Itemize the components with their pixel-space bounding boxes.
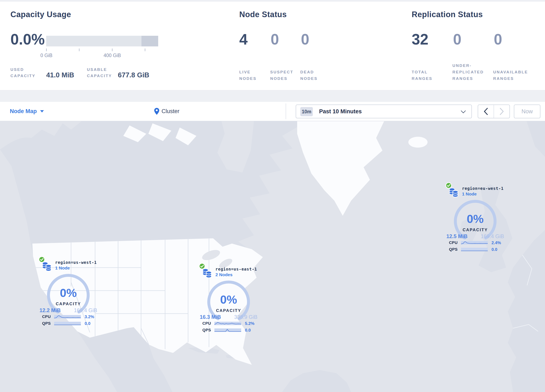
- suspect-nodes-label: SUSPECT NODES: [270, 69, 293, 82]
- map-pin-icon: [154, 108, 159, 115]
- qps-label: QPS: [39, 321, 51, 326]
- database-stack-icon: [449, 187, 459, 197]
- region-marker-us-west-1[interactable]: region=us-west-1 1 Node 0% CAPACITY 12.2…: [37, 255, 100, 328]
- database-stack-icon: [42, 261, 52, 271]
- marker-capacity-percent: 0%: [444, 212, 507, 226]
- time-next-button[interactable]: [494, 105, 509, 118]
- marker-capacity-label: CAPACITY: [197, 308, 260, 313]
- breadcrumb-label: Cluster: [161, 108, 180, 115]
- marker-node-count: 1 Node: [462, 192, 477, 197]
- time-range-label: Past 10 Minutes: [319, 105, 362, 118]
- now-button[interactable]: Now: [514, 105, 540, 118]
- toolbar-divider: [286, 104, 286, 119]
- capacity-bar: [46, 36, 158, 46]
- live-nodes-label: LIVE NODES: [239, 69, 257, 82]
- marker-node-count: 1 Node: [55, 266, 70, 271]
- marker-cpu-row: CPU 3.2%: [39, 314, 100, 319]
- cpu-value: 2.4%: [491, 240, 501, 245]
- marker-capacity-percent: 0%: [197, 293, 260, 306]
- cpu-sparkline: [214, 321, 241, 325]
- map-toolbar: Node Map Cluster 10m Past 10 Minutes: [0, 102, 545, 121]
- database-stack-icon: [202, 268, 212, 278]
- unavailable-label: UNAVAILABLE RANGES: [493, 69, 528, 82]
- axis-tick: [112, 49, 112, 51]
- dead-nodes-label: DEAD NODES: [300, 69, 318, 82]
- capacity-bar-segment: [142, 36, 158, 46]
- region-marker-eu-west-1[interactable]: region=eu-west-1 1 Node 0% CAPACITY 12.5…: [444, 181, 507, 254]
- marker-total-value: 338.9 GiB: [234, 314, 257, 320]
- capacity-usage-title: Capacity Usage: [10, 10, 71, 19]
- caret-down-icon: [40, 110, 44, 112]
- qps-label: QPS: [446, 247, 458, 252]
- time-pager: [478, 105, 510, 118]
- cpu-sparkline: [54, 315, 81, 319]
- dead-nodes-count: 0: [301, 32, 309, 47]
- used-capacity-value: 41.0 MiB: [46, 71, 74, 79]
- marker-used-value: 16.3 MiB: [200, 314, 221, 320]
- marker-capacity-label: CAPACITY: [444, 227, 507, 232]
- marker-capacity-values: 12.5 MiB 169.4 GiB: [446, 233, 504, 239]
- chevron-down-icon: [461, 110, 466, 113]
- cpu-label: CPU: [446, 240, 458, 245]
- marker-qps-row: QPS 0.0: [446, 247, 507, 252]
- marker-qps-row: QPS 0.0: [39, 321, 100, 326]
- time-prev-button[interactable]: [478, 105, 494, 118]
- axis-tick: [79, 49, 79, 51]
- axis-tick-label: 0 GiB: [34, 53, 59, 58]
- usable-capacity-label: USABLE CAPACITY: [87, 67, 112, 79]
- marker-used-value: 12.5 MiB: [446, 233, 467, 239]
- node-map[interactable]: region=us-west-1 1 Node 0% CAPACITY 12.2…: [0, 121, 545, 392]
- qps-sparkline: [54, 321, 81, 325]
- cpu-label: CPU: [199, 321, 211, 326]
- marker-capacity-label: CAPACITY: [37, 301, 100, 306]
- chevron-right-icon: [500, 108, 504, 115]
- replication-status-title: Replication Status: [412, 10, 483, 19]
- marker-region-label: region=eu-west-1: [462, 186, 504, 191]
- under-replicated-count: 0: [453, 32, 461, 47]
- marker-qps-row: QPS 0.0: [199, 328, 260, 332]
- node-status-title: Node Status: [239, 10, 287, 19]
- marker-used-value: 12.2 MiB: [39, 307, 61, 313]
- qps-label: QPS: [199, 328, 211, 332]
- cpu-label: CPU: [39, 314, 51, 319]
- unavailable-count: 0: [494, 32, 502, 47]
- live-nodes-count: 4: [239, 32, 248, 47]
- used-capacity-label: USED CAPACITY: [10, 67, 36, 79]
- capacity-percent: 0.0%: [10, 32, 45, 47]
- view-selector-label: Node Map: [10, 108, 37, 115]
- marker-total-value: 169.4 GiB: [74, 307, 97, 313]
- under-replicated-label: UNDER- REPLICATED RANGES: [452, 62, 484, 82]
- view-selector-dropdown[interactable]: Node Map: [10, 102, 44, 121]
- qps-sparkline: [214, 328, 241, 332]
- qps-sparkline: [461, 247, 488, 251]
- qps-value: 0.0: [491, 247, 497, 252]
- marker-capacity-percent: 0%: [37, 286, 100, 300]
- axis-tick: [145, 49, 145, 51]
- marker-region-label: region=us-east-1: [216, 267, 257, 271]
- axis-tick: [46, 49, 47, 51]
- marker-node-count: 2 Nodes: [216, 272, 233, 277]
- chevron-left-icon: [484, 108, 488, 115]
- marker-capacity-values: 12.2 MiB 169.4 GiB: [39, 307, 97, 313]
- cpu-sparkline: [461, 241, 488, 245]
- marker-cpu-row: CPU 2.4%: [446, 240, 507, 245]
- marker-total-value: 169.4 GiB: [481, 233, 504, 239]
- marker-cpu-row: CPU 5.2%: [199, 321, 260, 326]
- qps-value: 0.0: [85, 321, 91, 326]
- usable-capacity-value: 677.8 GiB: [118, 71, 149, 79]
- suspect-nodes-count: 0: [271, 32, 279, 47]
- marker-capacity-values: 16.3 MiB 338.9 GiB: [200, 314, 257, 320]
- time-window-badge: 10m: [300, 107, 313, 116]
- total-ranges-count: 32: [412, 32, 428, 47]
- total-ranges-label: TOTAL RANGES: [412, 69, 432, 82]
- breadcrumb[interactable]: Cluster: [154, 102, 180, 121]
- cpu-value: 3.2%: [85, 314, 94, 319]
- cluster-overview-page: Capacity Usage 0.0% 0 GiB 400 GiB USED C…: [0, 0, 545, 392]
- axis-tick-label: 400 GiB: [100, 53, 125, 58]
- region-marker-us-east-1[interactable]: region=us-east-1 2 Nodes 0% CAPACITY 16.…: [197, 261, 260, 335]
- qps-value: 0.0: [245, 328, 251, 333]
- cpu-value: 5.2%: [245, 321, 254, 326]
- marker-region-label: region=us-west-1: [55, 260, 97, 265]
- time-range-select[interactable]: 10m Past 10 Minutes: [296, 105, 472, 118]
- cluster-summary-bar: Capacity Usage 0.0% 0 GiB 400 GiB USED C…: [0, 2, 545, 90]
